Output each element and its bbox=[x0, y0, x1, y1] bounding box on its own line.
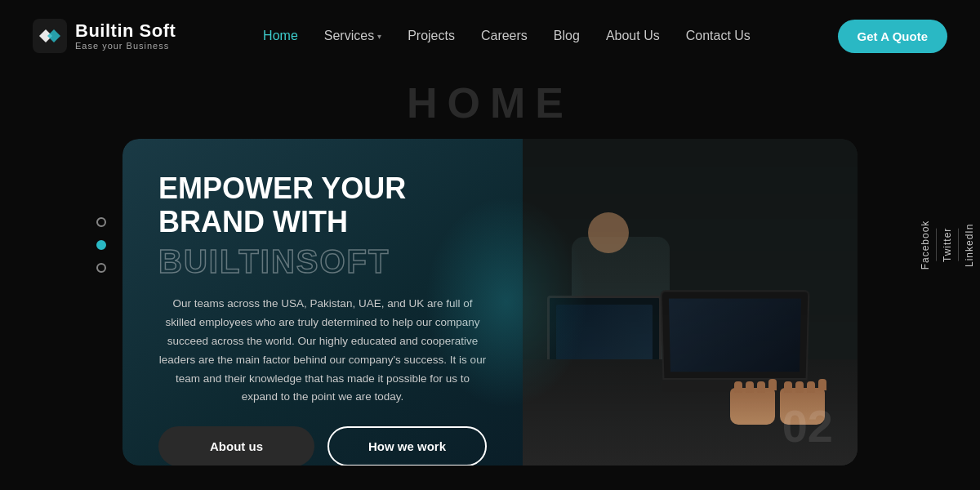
main-content: EMPOWER YOUR BRAND WITH BUILTINSOFT Our … bbox=[122, 139, 858, 466]
social-sidebar: LinkedIn Twitter Facebook bbox=[915, 211, 980, 280]
nav-item-careers[interactable]: Careers bbox=[481, 29, 528, 43]
page-title: HOME bbox=[0, 78, 980, 127]
about-us-button[interactable]: About us bbox=[158, 426, 314, 466]
nav-item-home[interactable]: Home bbox=[263, 29, 298, 43]
logo[interactable]: Builtin Soft Ease your Business bbox=[33, 19, 176, 53]
hero-heading-outline: BUILTINSOFT bbox=[158, 243, 487, 280]
scene-background: 02 bbox=[523, 139, 858, 466]
twitter-label: Twitter bbox=[942, 228, 953, 262]
linkedin-label: LinkedIn bbox=[964, 223, 975, 266]
social-divider-2 bbox=[936, 229, 937, 261]
nav-item-about[interactable]: About Us bbox=[606, 29, 660, 43]
nav-links: Home Services ▾ Projects Careers Blog Ab… bbox=[263, 29, 751, 43]
hero-heading: EMPOWER YOUR BRAND WITH bbox=[158, 172, 487, 239]
hero-description: Our teams across the USA, Pakistan, UAE,… bbox=[158, 295, 487, 408]
nav-item-blog[interactable]: Blog bbox=[554, 29, 580, 43]
hero-buttons: About us How we work bbox=[158, 426, 487, 466]
social-divider-1 bbox=[958, 229, 959, 261]
hero-card: EMPOWER YOUR BRAND WITH BUILTINSOFT Our … bbox=[122, 139, 523, 466]
hero-image: 02 bbox=[523, 139, 858, 466]
how-we-work-button[interactable]: How we work bbox=[327, 426, 487, 466]
slide-dot-2[interactable] bbox=[96, 240, 106, 250]
chevron-down-icon: ▾ bbox=[377, 32, 381, 41]
page-title-area: HOME bbox=[0, 72, 980, 139]
slide-number: 02 bbox=[782, 403, 833, 449]
social-item-linkedin[interactable]: LinkedIn bbox=[959, 213, 980, 276]
logo-icon bbox=[33, 19, 67, 53]
navbar: Builtin Soft Ease your Business Home Ser… bbox=[0, 0, 980, 72]
social-item-twitter[interactable]: Twitter bbox=[937, 218, 958, 272]
nav-item-contact[interactable]: Contact Us bbox=[686, 29, 751, 43]
logo-name: Builtin Soft bbox=[75, 21, 176, 41]
slide-dot-3[interactable] bbox=[96, 263, 106, 273]
nav-item-projects[interactable]: Projects bbox=[408, 29, 455, 43]
nav-item-services[interactable]: Services ▾ bbox=[324, 29, 381, 43]
logo-tagline: Ease your Business bbox=[75, 41, 176, 51]
slide-dot-1[interactable] bbox=[96, 217, 106, 227]
facebook-label: Facebook bbox=[920, 220, 931, 270]
get-quote-button[interactable]: Get A Quote bbox=[838, 20, 947, 53]
slide-dots bbox=[96, 217, 106, 273]
social-item-facebook[interactable]: Facebook bbox=[915, 211, 936, 280]
